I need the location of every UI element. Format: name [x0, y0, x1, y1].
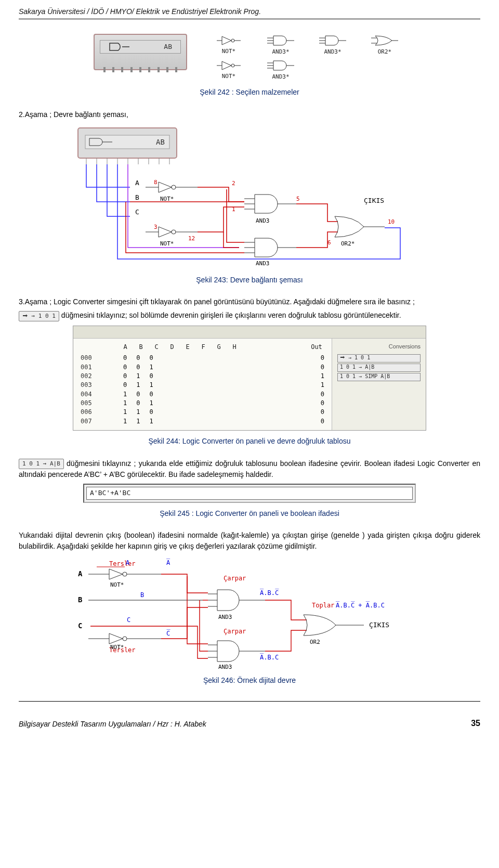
svg-text:A̅.B.C: A̅.B.C [260, 653, 279, 661]
svg-text:5: 5 [296, 196, 300, 202]
table-row: 0071110 [81, 417, 324, 426]
and-gate-icon [267, 59, 294, 72]
paragraph-4: 1 0 1 → A|B düğmesini tıklayınız ; yukar… [19, 458, 480, 480]
svg-text:3: 3 [154, 224, 157, 230]
caption-243: Şekil 243: Devre bağlantı şeması [19, 275, 480, 285]
circuit-schematic: AB A B C NOT* NOT* 8 3 [68, 124, 431, 269]
paragraph-5: Yukarıdaki dijital devrenin çıkış (boole… [19, 530, 480, 551]
svg-text:A: A [135, 179, 139, 187]
conv-button[interactable]: ⮕ → 1 0 1 [337, 354, 421, 362]
svg-text:Tersler: Tersler [109, 560, 136, 567]
converter-button-icon[interactable]: ⮕ → 1 0 1 [19, 311, 59, 321]
svg-text:NOT*: NOT* [160, 196, 174, 202]
svg-text:NOT*: NOT* [110, 644, 124, 651]
svg-text:C: C [127, 616, 130, 624]
svg-text:B: B [140, 591, 144, 599]
svg-text:B: B [135, 193, 139, 201]
svg-text:A̅.B.C̅: A̅.B.C̅ [260, 589, 279, 597]
annotated-circuit: A B C Tersler Tersler A A̅ NOT* B NOT* C… [73, 555, 426, 670]
conversions-label: Conversions [337, 343, 421, 351]
svg-text:OR2: OR2 [310, 639, 320, 645]
svg-text:AND3: AND3 [256, 260, 270, 267]
caption-242: Şekil 242 : Seçilen malzemeler [19, 87, 480, 97]
conv-button[interactable]: 1 0 1 → A|B [337, 364, 421, 372]
and-gate-icon [319, 34, 346, 47]
svg-text:ÇIKIS: ÇIKIS [369, 621, 389, 629]
page-number: 35 [471, 717, 480, 729]
svg-text:10: 10 [388, 218, 395, 225]
gate-palette: NOT* AND3* AND3* OR2* NOT* AND3* [208, 34, 405, 82]
table-row: 0010010 [81, 363, 324, 372]
figure-243: AB A B C NOT* NOT* 8 3 [19, 124, 480, 269]
svg-text:8: 8 [154, 179, 157, 186]
svg-text:Toplar: Toplar [312, 602, 334, 609]
truth-table: AB CD EF GH Out 000000000100100020101003… [73, 339, 332, 431]
truth-table-header: AB CD EF GH Out [81, 343, 324, 352]
figure-245: A'BC'+A'BC [19, 484, 480, 503]
svg-text:AND3: AND3 [218, 664, 232, 670]
table-row: 0030111 [81, 381, 324, 390]
step3-paragraph-a: 3.Aşama ; Logic Converter simgesini çift… [19, 296, 480, 307]
svg-text:A: A [78, 569, 83, 578]
footer-text: Bilgisayar Destekli Tasarım Uygulamaları… [19, 719, 206, 729]
svg-text:C̅: C̅ [166, 629, 170, 637]
svg-text:A̅.B.C̅ + A̅.B.C: A̅.B.C̅ + A̅.B.C [336, 601, 385, 609]
table-row: 0041000 [81, 390, 324, 399]
figure-244: AB CD EF GH Out 000000000100100020101003… [19, 326, 480, 431]
converter-button-icon[interactable]: 1 0 1 → A|B [19, 459, 64, 469]
svg-text:NOT*: NOT* [110, 581, 124, 588]
svg-text:6: 6 [327, 239, 331, 246]
svg-text:Çarpar: Çarpar [224, 628, 246, 635]
conv-button[interactable]: 1 0 1 → SIMP A|B [337, 373, 421, 381]
step3-paragraph-b: ⮕ → 1 0 1 düğmesini tıklayınız; sol bölü… [19, 310, 480, 321]
figure-246: A B C Tersler Tersler A A̅ NOT* B NOT* C… [19, 555, 480, 670]
svg-text:1: 1 [232, 206, 235, 213]
svg-text:C: C [78, 621, 82, 630]
table-row: 0061100 [81, 408, 324, 417]
svg-text:B: B [78, 595, 82, 604]
svg-text:OR2*: OR2* [341, 240, 355, 247]
table-row: 0020101 [81, 372, 324, 381]
svg-text:AND3: AND3 [256, 217, 270, 224]
svg-text:ÇIKIS: ÇIKIS [364, 197, 384, 204]
step2-text: 2.Aşama ; Devre bağlantı şeması, [19, 109, 480, 120]
or-gate-icon [371, 34, 398, 47]
not-gate-icon [217, 35, 241, 46]
dip-ic-icon: AB [94, 34, 187, 70]
figure-242: AB NOT* AND3* AND3* OR2* NOT* AND3* [19, 34, 480, 82]
svg-text:12: 12 [188, 235, 195, 242]
conversions-panel: Conversions ⮕ → 1 0 1 1 0 1 → A|B 1 0 1 … [332, 339, 426, 431]
svg-text:Çarpar: Çarpar [224, 575, 246, 582]
svg-text:NOT*: NOT* [160, 240, 174, 247]
and-gate-icon [109, 42, 129, 51]
table-row: 0051010 [81, 399, 324, 408]
boolean-expression-input[interactable]: A'BC'+A'BC [86, 487, 413, 500]
svg-text:AND3: AND3 [218, 614, 232, 620]
page-header: Sakarya Üniversitesi / İDÖ / HMYO/ Elekt… [19, 6, 480, 17]
footer-rule [19, 701, 480, 702]
svg-text:2: 2 [232, 180, 235, 187]
not-gate-icon [217, 60, 241, 71]
caption-244: Şekil 244: Logic Converter ön paneli ve … [19, 436, 480, 446]
and-gate-icon [267, 34, 294, 47]
svg-text:A̅: A̅ [166, 559, 170, 566]
caption-246: Şekil 246: Örnek dijital devre [19, 675, 480, 685]
dip-label: AB [156, 138, 165, 146]
table-row: 0000000 [81, 354, 324, 362]
svg-text:C: C [135, 208, 139, 216]
svg-text:A: A [126, 559, 130, 566]
header-rule [19, 19, 480, 19]
dip-label: AB [164, 42, 172, 52]
caption-245: Şekil 245 : Logic Converter ön paneli ve… [19, 508, 480, 519]
